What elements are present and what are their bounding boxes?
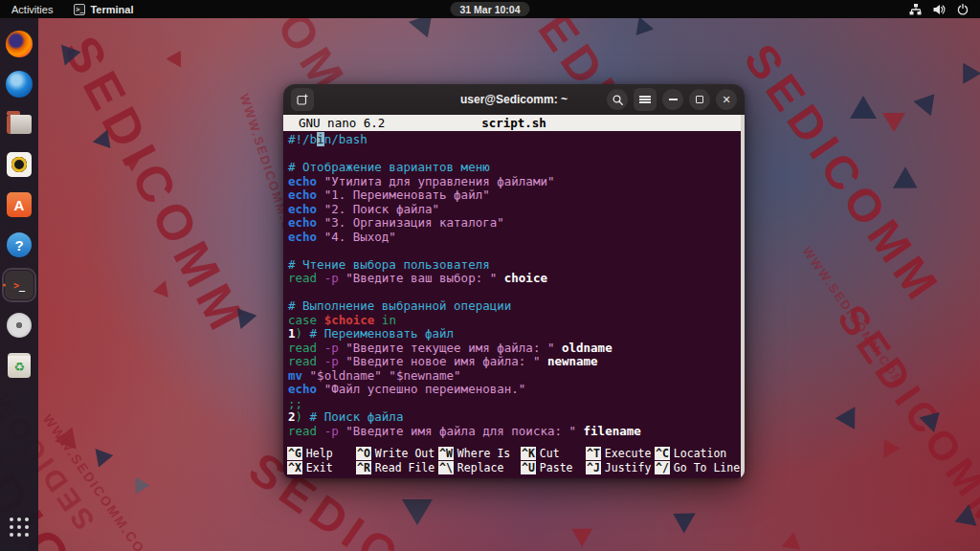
wallpaper-triangle [136, 477, 150, 495]
code-line: mv "$oldname" "$newname" [288, 369, 745, 384]
maximize-icon [696, 96, 703, 103]
code-line: read -p "Введите имя файла для поиска: "… [288, 425, 745, 439]
wallpaper-watermark: SEDICOMM [53, 27, 258, 344]
wallpaper-triangle [55, 423, 82, 449]
maximize-button[interactable] [689, 89, 710, 110]
hamburger-icon [639, 96, 651, 103]
code-line: echo "1. Переименовать файл" [288, 188, 745, 203]
code-line: read -p "Введите текущее имя файла: " ol… [288, 342, 745, 356]
dock-item-thunderbird[interactable] [2, 64, 36, 104]
nano-shortcut[interactable]: ^OWrite Out [356, 447, 438, 461]
terminal-viewport[interactable]: GNU nano 6.2 script.sh #!/bin/bash # Ото… [283, 115, 745, 478]
wallpaper-triangle [629, 17, 654, 42]
disc-icon [7, 313, 32, 338]
code-line: 1) # Переименовать файл [288, 327, 745, 342]
wallpaper-watermark: SEDICOMM [829, 297, 980, 540]
rhythmbox-icon [7, 152, 32, 177]
terminal-app-icon: >_ [74, 4, 85, 15]
code-line: echo "4. Выход" [288, 231, 745, 245]
code-line: ;; [288, 397, 745, 411]
wallpaper-triangle [402, 499, 433, 525]
wallpaper-triangle [90, 449, 114, 471]
dock-item-trash[interactable]: ♻ [2, 345, 36, 386]
window-titlebar[interactable]: user@Sedicomm: ~ ✕ [283, 84, 745, 115]
focused-app-indicator[interactable]: >_ Terminal [64, 0, 143, 18]
close-button[interactable]: ✕ [716, 89, 737, 110]
code-line: # Отображение вариантов меню [288, 161, 745, 175]
code-line: echo "2. Поиск файла" [288, 203, 745, 217]
dock-item-show-applications[interactable] [2, 507, 36, 547]
nano-shortcut[interactable]: ^\Replace [438, 461, 521, 475]
nano-shortcut[interactable]: ^GHelp [287, 447, 356, 461]
terminal-icon: >_ [5, 271, 33, 299]
code-line: # Чтение выбора пользователя [288, 258, 745, 273]
nano-shortcut[interactable]: ^UPaste [521, 461, 586, 475]
clock[interactable]: 31 Mar 10:04 [450, 2, 529, 16]
wallpaper-triangle [950, 504, 976, 532]
wallpaper-triangle [166, 47, 188, 68]
wallpaper-watermark: SEDICOMM [734, 34, 951, 314]
search-icon [612, 95, 623, 105]
new-tab-button[interactable] [291, 88, 314, 111]
close-icon: ✕ [722, 95, 730, 105]
dock-item-firefox[interactable] [2, 24, 36, 64]
nano-shortcut[interactable]: ^/Go To Line [655, 461, 740, 475]
minimize-button[interactable] [662, 89, 683, 110]
nano-shortcut[interactable]: ^XExit [287, 461, 356, 475]
thunderbird-icon [6, 71, 33, 98]
wallpaper-watermark: WWW.SEDICOMM.COM [40, 411, 156, 551]
dock-item-rhythmbox[interactable] [2, 144, 36, 185]
wallpaper-triangle [882, 113, 905, 132]
new-tab-icon [297, 94, 308, 105]
terminal-scrollbar[interactable] [741, 115, 745, 478]
system-status-area[interactable] [898, 0, 980, 18]
code-line: # Выполнение выбранной операции [288, 299, 745, 314]
code-line [288, 147, 745, 162]
activities-button[interactable]: Activities [0, 0, 64, 18]
volume-icon [933, 4, 946, 15]
menu-button[interactable] [634, 88, 657, 111]
wallpaper-triangle [571, 519, 597, 547]
trash-icon: ♻ [8, 353, 31, 378]
wallpaper-watermark: WWW.SEDICOMM.COM [800, 244, 907, 388]
help-icon: ? [7, 232, 32, 257]
dock-item-ubuntu-software[interactable]: A [2, 185, 36, 225]
wallpaper-triangle [913, 87, 943, 117]
nano-shortcut[interactable]: ^JJustify [586, 461, 655, 475]
dock-item-files[interactable] [2, 104, 36, 144]
code-line: echo "3. Организация каталога" [288, 216, 745, 231]
wallpaper-triangle [850, 96, 877, 119]
nano-shortcut[interactable]: ^WWhere Is [438, 447, 521, 461]
code-line: echo "Файл успешно переименован." [288, 383, 745, 397]
focused-app-label: Terminal [90, 4, 133, 15]
dock-item-terminal[interactable]: >_ [2, 265, 36, 305]
files-icon [7, 115, 32, 134]
terminal-window: user@Sedicomm: ~ ✕ GNU nano 6.2 scrip [283, 84, 745, 478]
code-line [288, 286, 745, 300]
code-line: echo "Утилита для управления файлами" [288, 175, 745, 189]
nano-shortcut[interactable]: ^CLocation [655, 447, 740, 461]
code-line: read -p "Введите ваш выбор: " choice [288, 272, 745, 286]
wallpaper-triangle [782, 530, 804, 549]
nano-shortcut[interactable]: ^RRead File [356, 461, 438, 475]
wallpaper-triangle [835, 407, 865, 434]
wallpaper-triangle [93, 130, 118, 155]
ubuntu-software-icon: A [7, 192, 32, 217]
wallpaper-triangle [954, 63, 980, 89]
wallpaper-triangle [55, 45, 80, 69]
code-line [288, 244, 745, 258]
wallpaper-triangle [121, 152, 140, 172]
dock-item-help[interactable]: ? [2, 225, 36, 265]
network-icon [909, 4, 922, 15]
dock-item-media-disc[interactable] [2, 305, 36, 345]
show-apps-icon [10, 518, 29, 537]
nano-code[interactable]: #!/bin/bash # Отображение вариантов меню… [283, 131, 745, 438]
wallpaper-triangle [237, 305, 259, 329]
nano-shortcut[interactable]: ^KCut [521, 447, 586, 461]
wallpaper-triangle [920, 405, 947, 432]
nano-shortcut[interactable]: ^TExecute [586, 447, 655, 461]
code-line: read -p "Введите новое имя файла: " newn… [288, 355, 745, 369]
search-button[interactable] [607, 89, 628, 110]
wallpaper-triangle [667, 504, 695, 534]
nano-titlebar: GNU nano 6.2 script.sh [283, 115, 745, 131]
